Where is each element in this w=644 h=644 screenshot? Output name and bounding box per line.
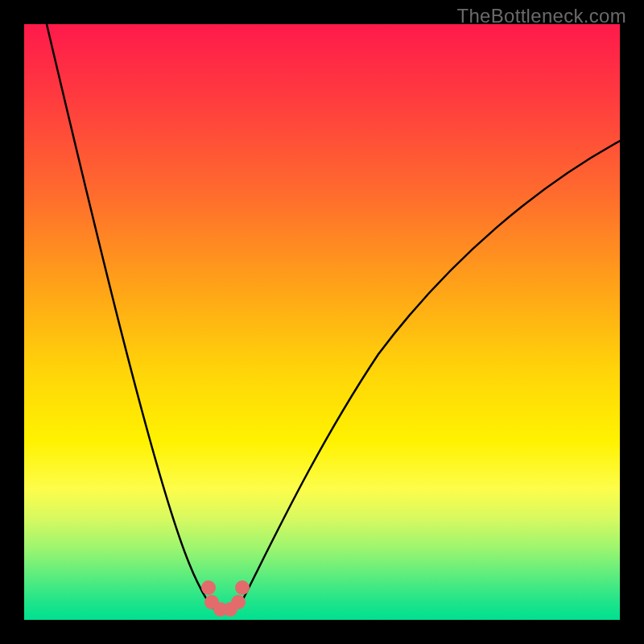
right-curve-path bbox=[242, 141, 620, 602]
chart-frame bbox=[24, 24, 620, 620]
chart-svg bbox=[24, 24, 620, 620]
watermark-text: TheBottleneck.com bbox=[456, 5, 626, 27]
trough-marker bbox=[235, 580, 250, 595]
trough-marker bbox=[201, 580, 216, 595]
left-curve-path bbox=[47, 24, 209, 604]
trough-marker bbox=[231, 595, 246, 609]
